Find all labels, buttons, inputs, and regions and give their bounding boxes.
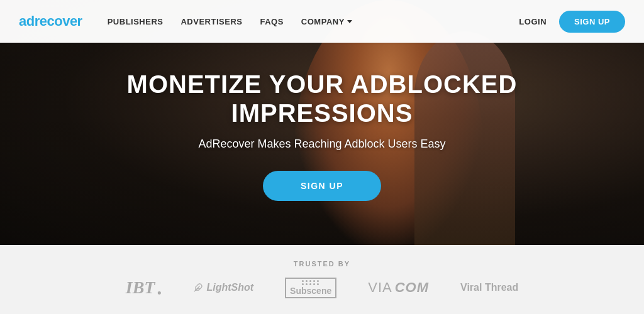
hero-signup-button[interactable]: SIGN UP — [263, 171, 381, 201]
logo-viacom: VIACOM — [368, 279, 429, 296]
chevron-down-icon — [347, 20, 352, 23]
header: adrecover PUBLISHERS ADVERTISERS FAQS CO… — [0, 0, 644, 43]
logo-lightshot: LightShot — [194, 282, 253, 293]
nav-faqs[interactable]: FAQS — [260, 17, 283, 26]
login-button[interactable]: LOGIN — [519, 17, 547, 26]
trusted-label: TRUSTED BY — [294, 260, 350, 268]
trusted-logos: IBT. LightShot Subsce — [126, 276, 518, 300]
nav-publishers[interactable]: PUBLISHERS — [108, 17, 164, 26]
main-nav: PUBLISHERS ADVERTISERS FAQS COMPANY — [108, 17, 519, 26]
subscene-dots — [302, 280, 319, 285]
nav-advertisers[interactable]: ADVERTISERS — [180, 17, 242, 26]
logo-ibt: IBT. — [126, 276, 163, 300]
feather-icon — [194, 283, 203, 292]
logo[interactable]: adrecover — [19, 13, 82, 30]
signup-button-header[interactable]: SIGN UP — [559, 11, 625, 33]
hero-subtitle: AdRecover Makes Reaching Adblock Users E… — [198, 138, 445, 151]
logo-viralthread: Viral Thread — [460, 282, 518, 293]
logo-subscene: Subscene — [285, 278, 336, 298]
nav-company[interactable]: COMPANY — [301, 17, 352, 26]
header-actions: LOGIN SIGN UP — [519, 11, 625, 33]
hero-title: MONETIZE YOUR ADBLOCKED IMPRESSIONS — [70, 70, 574, 127]
trusted-by-section: TRUSTED BY IBT. LightShot — [0, 245, 644, 314]
